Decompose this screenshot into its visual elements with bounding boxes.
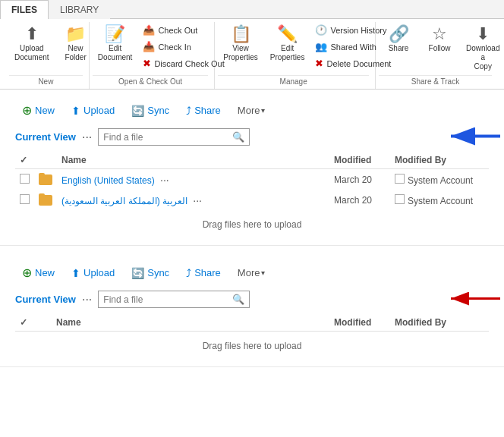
section-1-drag-drop: Drag files here to upload [15,210,489,233]
section-1-share-button[interactable]: ⤴ Share [179,100,228,121]
tab-library[interactable]: LIBRARY [49,0,110,19]
discard-label: Discard Check Out [154,59,224,68]
sync-icon-2: 🔄 [131,267,144,279]
new-circle-icon-2: ⊕ [22,266,32,280]
edit-document-label: EditDocument [98,44,133,62]
check-header: ✓ [15,152,34,169]
ribbon-tabs: FILES LIBRARY [0,0,504,19]
ribbon: FILES LIBRARY ⬆ UploadDocument 📁 NewFold… [0,0,504,90]
upload-icon: ⬆ [25,26,39,42]
view-properties-label: ViewProperties [223,44,258,62]
name-header-2: Name [52,314,329,332]
view-properties-icon: 📋 [231,26,251,42]
sync-icon: 🔄 [131,105,144,117]
section-1-search-box: 🔍 [98,128,250,146]
upload-toolbar-icon: ⬆ [71,105,80,117]
section-2-file-table: ✓ Name Modified Modified By [15,314,489,332]
ribbon-group-share-label: Share & Track [379,75,492,86]
table-row: العربية (المملكة العربية السعودية) ··· M… [15,190,489,210]
section-1: ⊕ New ⬆ Upload 🔄 Sync ⤴ Share More ▾ Cur… [0,90,504,246]
table-row: English (United States) ··· March 20 Sys… [15,169,489,190]
section-1-current-view-label: Current View [15,131,76,143]
modified-header-2: Modified [329,314,390,332]
file-name-link[interactable]: English (United States) [61,175,155,186]
table-header-row: ✓ Name Modified Modified By [15,152,489,169]
row-folder-icon [34,169,57,190]
section-2-view-ellipsis[interactable]: ··· [82,293,92,307]
section-2-search-input[interactable] [103,294,232,305]
name-header: Name [57,152,329,169]
section-1-more-label: More [238,105,260,116]
section-2-new-button[interactable]: ⊕ New [15,261,61,285]
share-toolbar-icon: ⤴ [186,105,191,117]
row-name: العربية (المملكة العربية السعودية) ··· [57,190,329,210]
upload-document-button[interactable]: ⬆ UploadDocument [9,22,55,66]
section-2-more-button[interactable]: More ▾ [231,263,272,283]
check-all-icon-2: ✓ [20,317,27,328]
follow-button[interactable]: ☆ Follow [420,22,459,57]
check-out-label: Check Out [158,26,197,35]
check-in-label: Check In [158,42,191,52]
row-check[interactable] [15,169,34,190]
tab-files[interactable]: FILES [0,0,49,19]
shared-with-label: Shared With [330,42,376,52]
section-2-upload-button[interactable]: ⬆ Upload [65,263,121,284]
section-2-toolbar: ⊕ New ⬆ Upload 🔄 Sync ⤴ Share More ▾ [15,261,489,285]
follow-label: Follow [429,44,451,53]
section-2-search-icon[interactable]: 🔍 [232,294,244,305]
section-1-sync-button[interactable]: 🔄 Sync [124,100,176,121]
more-chevron-icon: ▾ [261,106,265,115]
section-2-share-label: Share [194,267,221,278]
upload-document-label: UploadDocument [14,44,49,62]
main-content: ⊕ New ⬆ Upload 🔄 Sync ⤴ Share More ▾ Cur… [0,90,504,367]
download-copy-button[interactable]: ⬇ Download aCopy [461,22,504,75]
section-1-upload-button[interactable]: ⬆ Upload [65,100,121,121]
section-1-view-ellipsis[interactable]: ··· [82,130,92,144]
section-2-search-box: 🔍 [98,291,250,308]
modifiedby-checkbox[interactable] [395,194,405,204]
ribbon-group-checkout-label: Open & Check Out [93,75,208,86]
row-check[interactable] [15,190,34,210]
edit-properties-button[interactable]: ✏️ EditProperties [265,22,310,66]
checkbox[interactable] [20,174,30,184]
modifiedby-checkbox[interactable] [395,174,405,184]
new-folder-label: NewFolder [65,44,86,62]
section-1-new-button[interactable]: ⊕ New [15,99,61,122]
ribbon-group-manage: 📋 ViewProperties ✏️ EditProperties 🕐 Ver… [215,22,376,89]
ribbon-group-new-items: ⬆ UploadDocument 📁 NewFolder [9,22,96,75]
section-1-more-button[interactable]: More ▾ [231,100,272,121]
row-ellipsis[interactable]: ··· [190,193,205,208]
check-all-icon: ✓ [20,155,27,165]
ribbon-group-manage-items: 📋 ViewProperties ✏️ EditProperties 🕐 Ver… [218,22,395,75]
row-modifiedby: System Account [390,190,489,210]
ribbon-group-manage-label: Manage [218,75,369,86]
checkbox[interactable] [20,194,30,204]
file-name-link[interactable]: العربية (المملكة العربية السعودية) [61,196,187,206]
share-toolbar-icon-2: ⤴ [186,267,191,279]
upload-toolbar-icon-2: ⬆ [71,267,80,279]
row-modifiedby: System Account [390,169,489,190]
section-2-sync-label: Sync [147,267,169,278]
edit-document-button[interactable]: 📝 EditDocument [93,22,138,66]
section-2-sync-button[interactable]: 🔄 Sync [124,263,176,284]
section-1-view-row: Current View ··· 🔍 [15,128,489,146]
row-ellipsis[interactable]: ··· [157,172,172,187]
table-header-row-2: ✓ Name Modified Modified By [15,314,489,332]
modified-header: Modified [329,152,390,169]
section-1-search-icon[interactable]: 🔍 [232,131,244,143]
ribbon-group-share: 🔗 Share ☆ Follow ⬇ Download aCopy Share … [376,22,498,89]
ribbon-group-new: ⬆ UploadDocument 📁 NewFolder New [6,22,90,89]
share-button[interactable]: 🔗 Share [379,22,418,57]
red-arrow-svg [443,287,504,310]
ribbon-content: ⬆ UploadDocument 📁 NewFolder New 📝 EditD… [0,19,504,89]
delete-icon: ✖ [315,58,323,69]
view-properties-button[interactable]: 📋 ViewProperties [218,22,263,66]
section-1-share-label: Share [194,105,221,116]
section-1-search-input[interactable] [103,132,232,143]
section-2-share-button[interactable]: ⤴ Share [179,263,228,284]
edit-properties-icon: ✏️ [277,26,298,42]
share-label: Share [389,44,409,53]
shared-with-icon: 👥 [315,41,327,52]
version-history-icon: 🕐 [315,24,327,36]
row-modified: March 20 [329,190,390,210]
